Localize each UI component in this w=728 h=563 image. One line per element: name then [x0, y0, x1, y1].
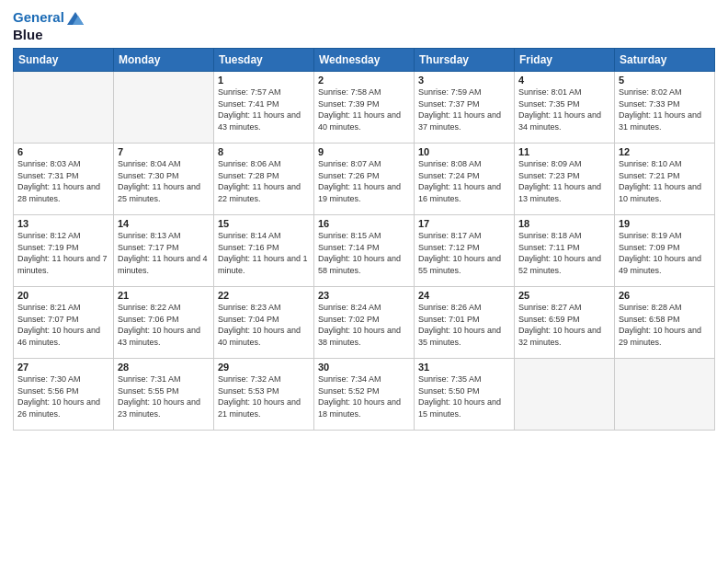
day-cell — [615, 359, 715, 431]
day-number: 24 — [418, 290, 510, 301]
weekday-header-row: SundayMondayTuesdayWednesdayThursdayFrid… — [14, 49, 715, 72]
day-number: 11 — [518, 146, 610, 157]
weekday-sunday: Sunday — [14, 49, 114, 72]
day-cell: 30Sunrise: 7:34 AMSunset: 5:52 PMDayligh… — [314, 359, 415, 431]
day-info: Sunrise: 8:13 AMSunset: 7:17 PMDaylight:… — [118, 230, 210, 276]
calendar-table: SundayMondayTuesdayWednesdayThursdayFrid… — [13, 48, 715, 431]
day-number: 16 — [318, 218, 410, 229]
day-cell — [14, 72, 114, 144]
day-number: 7 — [118, 146, 210, 157]
day-cell: 31Sunrise: 7:35 AMSunset: 5:50 PMDayligh… — [415, 359, 515, 431]
logo-icon — [65, 10, 85, 27]
day-info: Sunrise: 8:27 AMSunset: 6:59 PMDaylight:… — [518, 302, 610, 348]
day-number: 18 — [518, 218, 610, 229]
day-number: 15 — [218, 218, 310, 229]
day-number: 1 — [218, 75, 310, 86]
day-info: Sunrise: 8:08 AMSunset: 7:24 PMDaylight:… — [418, 158, 510, 204]
day-number: 6 — [17, 146, 109, 157]
day-info: Sunrise: 8:28 AMSunset: 6:58 PMDaylight:… — [619, 302, 711, 348]
day-info: Sunrise: 7:58 AMSunset: 7:39 PMDaylight:… — [318, 86, 410, 132]
day-info: Sunrise: 8:12 AMSunset: 7:19 PMDaylight:… — [17, 230, 109, 276]
week-row-0: 1Sunrise: 7:57 AMSunset: 7:41 PMDaylight… — [14, 72, 715, 144]
day-cell — [114, 72, 214, 144]
week-row-4: 27Sunrise: 7:30 AMSunset: 5:56 PMDayligh… — [14, 359, 715, 431]
day-number: 29 — [218, 362, 310, 373]
day-cell: 17Sunrise: 8:17 AMSunset: 7:12 PMDayligh… — [415, 215, 515, 287]
day-info: Sunrise: 7:59 AMSunset: 7:37 PMDaylight:… — [418, 86, 510, 132]
day-info: Sunrise: 8:26 AMSunset: 7:01 PMDaylight:… — [418, 302, 510, 348]
logo-blue: Blue — [13, 27, 85, 42]
day-cell: 27Sunrise: 7:30 AMSunset: 5:56 PMDayligh… — [14, 359, 114, 431]
day-cell: 28Sunrise: 7:31 AMSunset: 5:55 PMDayligh… — [114, 359, 214, 431]
day-cell: 21Sunrise: 8:22 AMSunset: 7:06 PMDayligh… — [114, 287, 214, 359]
logo: General Blue — [13, 9, 85, 42]
day-info: Sunrise: 8:19 AMSunset: 7:09 PMDaylight:… — [619, 230, 711, 276]
day-cell: 1Sunrise: 7:57 AMSunset: 7:41 PMDaylight… — [214, 72, 314, 144]
day-number: 8 — [218, 146, 310, 157]
day-cell: 9Sunrise: 8:07 AMSunset: 7:26 PMDaylight… — [314, 144, 415, 215]
day-cell: 8Sunrise: 8:06 AMSunset: 7:28 PMDaylight… — [214, 144, 314, 215]
day-info: Sunrise: 8:14 AMSunset: 7:16 PMDaylight:… — [218, 230, 310, 276]
day-number: 23 — [318, 290, 410, 301]
day-number: 5 — [619, 75, 711, 86]
day-info: Sunrise: 8:24 AMSunset: 7:02 PMDaylight:… — [318, 302, 410, 348]
week-row-3: 20Sunrise: 8:21 AMSunset: 7:07 PMDayligh… — [14, 287, 715, 359]
day-cell: 29Sunrise: 7:32 AMSunset: 5:53 PMDayligh… — [214, 359, 314, 431]
day-number: 3 — [418, 75, 510, 86]
day-number: 9 — [318, 146, 410, 157]
day-info: Sunrise: 8:15 AMSunset: 7:14 PMDaylight:… — [318, 230, 410, 276]
day-number: 21 — [118, 290, 210, 301]
day-number: 17 — [418, 218, 510, 229]
weekday-friday: Friday — [515, 49, 615, 72]
day-info: Sunrise: 8:10 AMSunset: 7:21 PMDaylight:… — [619, 158, 711, 204]
day-number: 2 — [318, 75, 410, 86]
day-cell: 23Sunrise: 8:24 AMSunset: 7:02 PMDayligh… — [314, 287, 415, 359]
day-info: Sunrise: 8:22 AMSunset: 7:06 PMDaylight:… — [118, 302, 210, 348]
day-number: 30 — [318, 362, 410, 373]
weekday-tuesday: Tuesday — [214, 49, 314, 72]
day-number: 28 — [118, 362, 210, 373]
day-cell: 25Sunrise: 8:27 AMSunset: 6:59 PMDayligh… — [515, 287, 615, 359]
day-info: Sunrise: 8:21 AMSunset: 7:07 PMDaylight:… — [17, 302, 109, 348]
day-info: Sunrise: 8:03 AMSunset: 7:31 PMDaylight:… — [17, 158, 109, 204]
day-number: 14 — [118, 218, 210, 229]
day-number: 12 — [619, 146, 711, 157]
day-cell: 11Sunrise: 8:09 AMSunset: 7:23 PMDayligh… — [515, 144, 615, 215]
day-info: Sunrise: 8:18 AMSunset: 7:11 PMDaylight:… — [518, 230, 610, 276]
day-info: Sunrise: 8:02 AMSunset: 7:33 PMDaylight:… — [619, 86, 711, 132]
week-row-1: 6Sunrise: 8:03 AMSunset: 7:31 PMDaylight… — [14, 144, 715, 215]
day-number: 31 — [418, 362, 510, 373]
day-cell: 24Sunrise: 8:26 AMSunset: 7:01 PMDayligh… — [415, 287, 515, 359]
day-info: Sunrise: 8:01 AMSunset: 7:35 PMDaylight:… — [518, 86, 610, 132]
day-info: Sunrise: 8:07 AMSunset: 7:26 PMDaylight:… — [318, 158, 410, 204]
day-cell: 5Sunrise: 8:02 AMSunset: 7:33 PMDaylight… — [615, 72, 715, 144]
day-cell: 22Sunrise: 8:23 AMSunset: 7:04 PMDayligh… — [214, 287, 314, 359]
day-info: Sunrise: 7:35 AMSunset: 5:50 PMDaylight:… — [418, 373, 510, 419]
week-row-2: 13Sunrise: 8:12 AMSunset: 7:19 PMDayligh… — [14, 215, 715, 287]
day-cell — [515, 359, 615, 431]
day-cell: 10Sunrise: 8:08 AMSunset: 7:24 PMDayligh… — [415, 144, 515, 215]
day-info: Sunrise: 8:06 AMSunset: 7:28 PMDaylight:… — [218, 158, 310, 204]
day-info: Sunrise: 7:32 AMSunset: 5:53 PMDaylight:… — [218, 373, 310, 419]
day-cell: 13Sunrise: 8:12 AMSunset: 7:19 PMDayligh… — [14, 215, 114, 287]
day-info: Sunrise: 8:09 AMSunset: 7:23 PMDaylight:… — [518, 158, 610, 204]
day-info: Sunrise: 7:31 AMSunset: 5:55 PMDaylight:… — [118, 373, 210, 419]
weekday-saturday: Saturday — [615, 49, 715, 72]
day-number: 26 — [619, 290, 711, 301]
day-cell: 16Sunrise: 8:15 AMSunset: 7:14 PMDayligh… — [314, 215, 415, 287]
day-cell: 6Sunrise: 8:03 AMSunset: 7:31 PMDaylight… — [14, 144, 114, 215]
weekday-wednesday: Wednesday — [314, 49, 415, 72]
day-info: Sunrise: 7:30 AMSunset: 5:56 PMDaylight:… — [17, 373, 109, 419]
day-cell: 2Sunrise: 7:58 AMSunset: 7:39 PMDaylight… — [314, 72, 415, 144]
day-cell: 12Sunrise: 8:10 AMSunset: 7:21 PMDayligh… — [615, 144, 715, 215]
day-info: Sunrise: 8:23 AMSunset: 7:04 PMDaylight:… — [218, 302, 310, 348]
day-cell: 15Sunrise: 8:14 AMSunset: 7:16 PMDayligh… — [214, 215, 314, 287]
day-cell: 20Sunrise: 8:21 AMSunset: 7:07 PMDayligh… — [14, 287, 114, 359]
day-info: Sunrise: 7:57 AMSunset: 7:41 PMDaylight:… — [218, 86, 310, 132]
day-number: 13 — [17, 218, 109, 229]
day-info: Sunrise: 8:17 AMSunset: 7:12 PMDaylight:… — [418, 230, 510, 276]
day-number: 19 — [619, 218, 711, 229]
day-cell: 19Sunrise: 8:19 AMSunset: 7:09 PMDayligh… — [615, 215, 715, 287]
day-cell: 4Sunrise: 8:01 AMSunset: 7:35 PMDaylight… — [515, 72, 615, 144]
day-cell: 14Sunrise: 8:13 AMSunset: 7:17 PMDayligh… — [114, 215, 214, 287]
